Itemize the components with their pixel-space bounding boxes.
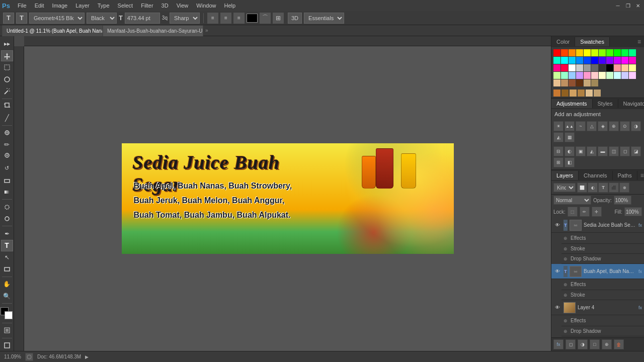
swatch-1[interactable] — [561, 49, 568, 56]
swatch-43[interactable] — [629, 72, 636, 79]
marquee-tool[interactable] — [1, 62, 13, 73]
layer-group-button[interactable]: □ — [590, 339, 600, 349]
filter-smart-icon[interactable]: ⊕ — [619, 183, 629, 193]
layer-eye-4[interactable]: 👁 — [553, 304, 561, 312]
swatch-38[interactable] — [591, 72, 598, 79]
layer-dropshadow-sedia[interactable]: ⊕ Drop Shadow — [561, 254, 644, 264]
eyedropper-tool[interactable]: ╱ — [1, 112, 13, 124]
swatch-25[interactable] — [576, 64, 583, 71]
menu-type[interactable]: Type — [94, 2, 113, 10]
posterize-icon[interactable]: ▣ — [576, 146, 586, 156]
swatch-40[interactable] — [606, 72, 613, 79]
zoom-tool[interactable]: 🔍 — [1, 290, 13, 302]
adj-icon7[interactable]: ◻ — [620, 146, 630, 156]
adj-icon8[interactable]: ◪ — [631, 146, 641, 156]
layer-row-sedia-juice[interactable]: 👁 T txt Sedia Juice Buah Segar fx — [551, 218, 644, 233]
swatch-35[interactable] — [569, 72, 576, 79]
swatch-33[interactable] — [553, 72, 560, 79]
blur-tool[interactable] — [1, 201, 13, 213]
active-document-tab[interactable]: Untitled-1 @ 11.1% (Buah Apel, Buah Nana… — [2, 25, 103, 36]
layer-row-4[interactable]: 👁 Layer 4 fx — [551, 300, 644, 315]
swatch-13[interactable] — [569, 57, 576, 64]
selective-color-icon[interactable]: ◫ — [609, 146, 619, 156]
layer-effects-buah[interactable]: ⊕ Effects — [561, 279, 644, 290]
menu-layer[interactable]: Layer — [72, 2, 93, 10]
color-tab[interactable]: Color — [551, 37, 575, 46]
history-brush-tool[interactable]: ↺ — [1, 163, 13, 174]
swatch-12[interactable] — [561, 57, 568, 64]
swatch-26[interactable] — [584, 64, 591, 71]
swatch-49[interactable] — [591, 79, 598, 86]
menu-help[interactable]: Help — [220, 2, 239, 10]
swatch-31[interactable] — [621, 64, 628, 71]
swatch-tan4[interactable] — [594, 89, 601, 97]
swatch-34[interactable] — [561, 72, 568, 79]
swatch-41[interactable] — [614, 72, 621, 79]
swatch-17[interactable] — [599, 57, 606, 64]
opacity-input[interactable] — [614, 196, 631, 205]
paths-tab[interactable]: Paths — [613, 171, 637, 180]
swatch-20[interactable] — [621, 57, 628, 64]
minimize-button[interactable]: ─ — [614, 2, 622, 10]
layer-fx-button[interactable]: fx — [553, 339, 564, 349]
layers-panel-menu[interactable]: ≡ — [637, 172, 644, 179]
eraser-tool[interactable] — [1, 174, 13, 186]
swatch-45[interactable] — [561, 79, 568, 86]
fill-input[interactable] — [624, 207, 642, 216]
swatch-46[interactable] — [569, 79, 576, 86]
color-lookup-icon[interactable]: ⊟ — [553, 146, 564, 156]
menu-select[interactable]: Select — [114, 2, 137, 10]
layer-adjustment-button[interactable]: ◑ — [578, 339, 588, 349]
restore-button[interactable]: ❐ — [624, 2, 632, 10]
swatch-tan1[interactable] — [570, 89, 577, 97]
invert-icon[interactable]: ◐ — [565, 146, 575, 156]
swatch-32[interactable] — [629, 64, 636, 71]
color-selector[interactable] — [1, 307, 14, 319]
menu-window[interactable]: Window — [193, 2, 219, 10]
color-balance-icon[interactable]: ⊙ — [620, 121, 630, 131]
swatches-panel-menu[interactable]: ≡ — [634, 38, 644, 45]
workspace-select[interactable]: Essentials — [304, 13, 344, 24]
swatch-4[interactable] — [584, 49, 591, 56]
navigator-tab[interactable]: Navigator — [618, 99, 645, 108]
styles-tab[interactable]: Styles — [593, 99, 618, 108]
tool-type-icon[interactable]: T — [3, 13, 14, 24]
swatch-28[interactable] — [599, 64, 606, 71]
healing-brush-tool[interactable] — [1, 127, 13, 139]
channel-mixer-icon[interactable]: ▦ — [565, 132, 575, 142]
align-center-button[interactable]: ≡ — [220, 13, 231, 24]
layer-fx-sedia[interactable]: fx — [638, 223, 642, 228]
font-size-input[interactable] — [125, 13, 160, 24]
lock-transparent-icon[interactable]: ⬚ — [568, 207, 578, 217]
align-left-button[interactable]: ≡ — [207, 13, 218, 24]
layer-fx-4[interactable]: fx — [638, 305, 642, 310]
hand-tool[interactable]: ✋ — [1, 279, 13, 290]
swatch-10[interactable] — [629, 49, 636, 56]
move-tool[interactable] — [1, 50, 13, 62]
swatch-44[interactable] — [553, 79, 560, 86]
font-style-select[interactable]: Black — [87, 13, 117, 24]
photo-filter-icon[interactable]: ◭ — [553, 132, 564, 142]
zoom-info-icon[interactable] — [25, 353, 33, 361]
filter-type-icon[interactable]: T — [598, 183, 608, 193]
swatch-29[interactable] — [606, 64, 613, 71]
background-color[interactable] — [5, 311, 13, 319]
clone-stamp-tool[interactable] — [1, 151, 13, 162]
crop-tool[interactable] — [1, 101, 13, 112]
quick-mask-tool[interactable] — [1, 325, 13, 336]
swatch-39[interactable] — [599, 72, 606, 79]
swatch-9[interactable] — [621, 49, 628, 56]
blend-mode-select[interactable]: Normal — [553, 196, 591, 205]
swatch-37[interactable] — [584, 72, 591, 79]
menu-edit[interactable]: Edit — [31, 2, 48, 10]
layer-effects-4[interactable]: ⊕ Effects — [561, 315, 644, 326]
dodge-tool[interactable] — [1, 213, 13, 225]
layer-dropshadow-4[interactable]: ⊕ Drop Shadow — [561, 326, 644, 336]
layer-effects-sedia[interactable]: ⊕ Effects — [561, 233, 644, 244]
layers-tab[interactable]: Layers — [551, 171, 579, 180]
swatches-tab[interactable]: Swatches — [575, 37, 610, 46]
character-panel-button[interactable]: ⊞ — [273, 13, 284, 24]
levels-icon[interactable]: ▲▲ — [565, 121, 575, 131]
status-arrow-button[interactable]: ▶ — [85, 354, 89, 359]
path-selection-tool[interactable]: ↖ — [1, 252, 13, 263]
